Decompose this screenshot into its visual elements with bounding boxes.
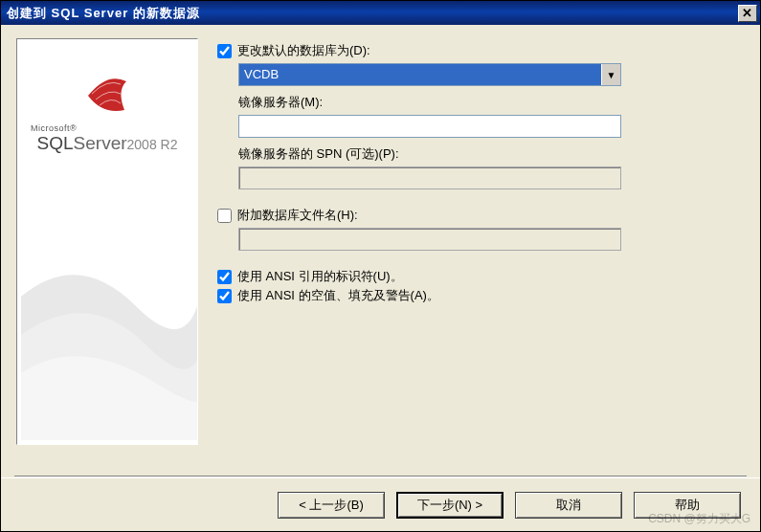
dialog-window: 创建到 SQL Server 的新数据源 ✕ Microsoft® SQLSer… (0, 0, 761, 532)
help-button[interactable]: 帮助 (634, 492, 741, 519)
titlebar: 创建到 SQL Server 的新数据源 ✕ (1, 1, 760, 25)
next-button[interactable]: 下一步(N) > (396, 492, 504, 519)
mirror-server-input[interactable] (238, 115, 621, 138)
mirror-spn-label: 镜像服务器的 SPN (可选)(P): (238, 145, 745, 163)
chevron-down-icon: ▼ (601, 64, 620, 85)
attach-db-label: 附加数据库文件名(H): (237, 207, 358, 224)
brand-server: Server (74, 133, 127, 153)
decorative-wave (21, 220, 198, 440)
form-panel: 更改默认的数据库为(D): VCDB ▼ 镜像服务器(M): 镜像服务器的 SP… (217, 38, 745, 466)
sql-server-logo: Microsoft® SQLServer2008 R2 (21, 67, 193, 154)
change-default-db-label: 更改默认的数据库为(D): (237, 42, 370, 59)
content-area: Microsoft® SQLServer2008 R2 更改默认的数据库为(D)… (1, 25, 760, 476)
brand-sql: SQL (37, 133, 74, 153)
ansi-nulls-label: 使用 ANSI 的空值、填充及警告(A)。 (237, 287, 439, 304)
ansi-quoted-row: 使用 ANSI 引用的标识符(U)。 (217, 268, 745, 285)
brand-microsoft: Microsoft® (31, 123, 193, 133)
attach-db-row: 附加数据库文件名(H): (217, 207, 745, 224)
ansi-quoted-checkbox[interactable] (217, 270, 232, 284)
close-button[interactable]: ✕ (738, 5, 757, 22)
sql-server-icon (78, 67, 136, 120)
attach-db-input (238, 228, 621, 251)
ansi-nulls-row: 使用 ANSI 的空值、填充及警告(A)。 (217, 287, 745, 304)
mirror-server-label: 镜像服务器(M): (238, 94, 745, 111)
button-bar: < 上一步(B) 下一步(N) > 取消 帮助 (1, 477, 760, 531)
brand-version: 2008 R2 (127, 137, 178, 152)
wizard-sidebar-image: Microsoft® SQLServer2008 R2 (16, 38, 198, 445)
ansi-quoted-label: 使用 ANSI 引用的标识符(U)。 (237, 268, 403, 285)
ansi-nulls-checkbox[interactable] (217, 289, 232, 303)
back-button[interactable]: < 上一步(B) (278, 492, 385, 519)
default-db-value: VCDB (239, 64, 601, 85)
change-default-db-row: 更改默认的数据库为(D): (217, 42, 745, 59)
change-default-db-checkbox[interactable] (217, 44, 232, 58)
close-icon: ✕ (742, 6, 753, 20)
window-title: 创建到 SQL Server 的新数据源 (7, 5, 738, 22)
cancel-button[interactable]: 取消 (515, 492, 622, 519)
attach-db-checkbox[interactable] (217, 209, 232, 223)
mirror-spn-input (238, 166, 621, 189)
default-db-combo[interactable]: VCDB ▼ (238, 63, 621, 86)
